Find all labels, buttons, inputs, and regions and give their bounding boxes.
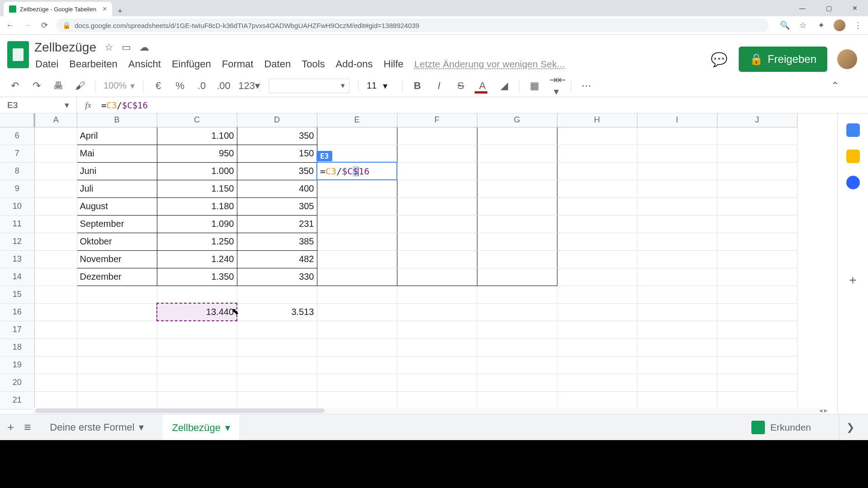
row-header[interactable]: 17 bbox=[0, 321, 34, 338]
cell[interactable] bbox=[397, 162, 477, 180]
cell[interactable]: 350 bbox=[237, 127, 317, 145]
menu-view[interactable]: Ansicht bbox=[128, 58, 161, 70]
cell[interactable]: 1.090 bbox=[157, 215, 237, 233]
sheet-tab-1[interactable]: Deine erste Formel ▾ bbox=[41, 414, 153, 440]
menu-format[interactable]: Format bbox=[222, 58, 254, 70]
back-icon[interactable]: ← bbox=[5, 21, 15, 30]
row-header[interactable]: 9 bbox=[0, 180, 34, 197]
fill-color-icon[interactable]: ◢ bbox=[497, 80, 511, 92]
zoom-page-icon[interactable]: 🔍 bbox=[779, 20, 790, 30]
cell[interactable] bbox=[317, 127, 397, 145]
print-icon[interactable]: 🖶 bbox=[52, 80, 65, 92]
star-document-icon[interactable]: ☆ bbox=[104, 42, 113, 53]
cell[interactable] bbox=[397, 145, 477, 162]
cell[interactable] bbox=[477, 145, 557, 162]
cell[interactable] bbox=[397, 268, 477, 286]
cell[interactable] bbox=[397, 250, 477, 268]
borders-icon[interactable]: ▦ bbox=[528, 80, 541, 92]
cell[interactable]: Juni bbox=[77, 162, 157, 180]
cell[interactable]: 3.513 bbox=[237, 303, 317, 321]
grid[interactable]: A B C D E F G H I J 6 April 1.100 350 bbox=[0, 113, 837, 414]
tab-scroll-left-icon[interactable]: ◂ bbox=[819, 407, 822, 414]
cell[interactable]: Oktober bbox=[77, 233, 157, 250]
collapse-toolbar-icon[interactable]: ⌃ bbox=[828, 80, 842, 92]
col-header-i[interactable]: I bbox=[637, 113, 717, 127]
menu-edit[interactable]: Bearbeiten bbox=[69, 58, 117, 70]
cell[interactable]: Juli bbox=[77, 180, 157, 197]
cell[interactable] bbox=[317, 268, 397, 286]
forward-icon[interactable]: → bbox=[22, 21, 33, 30]
zoom-select[interactable]: 100% ▾ bbox=[104, 80, 135, 91]
cell[interactable]: 1.240 bbox=[157, 250, 237, 268]
browser-tab[interactable]: Zellbezüge - Google Tabellen × bbox=[4, 2, 112, 16]
menu-help[interactable]: Hilfe bbox=[384, 58, 404, 70]
row-header[interactable]: 14 bbox=[0, 268, 34, 286]
show-side-panel-icon[interactable]: ❯ bbox=[839, 414, 861, 440]
cell[interactable] bbox=[397, 180, 477, 197]
minimize-icon[interactable]: — bbox=[789, 0, 816, 16]
row-header[interactable]: 21 bbox=[0, 391, 34, 409]
url-input[interactable]: 🔒 docs.google.com/spreadsheets/d/1GE-twI… bbox=[56, 19, 769, 32]
cell[interactable] bbox=[397, 215, 477, 233]
tasks-addon-icon[interactable] bbox=[846, 176, 860, 189]
close-window-icon[interactable]: ✕ bbox=[842, 0, 868, 16]
extensions-icon[interactable]: ✦ bbox=[816, 20, 826, 30]
row-header[interactable]: 8 bbox=[0, 162, 34, 180]
cell[interactable]: 231 bbox=[237, 215, 317, 233]
chevron-down-icon[interactable]: ▾ bbox=[139, 422, 144, 433]
cell[interactable] bbox=[477, 268, 557, 286]
merge-icon[interactable]: ⇥⇤ ▾ bbox=[549, 74, 563, 98]
italic-icon[interactable]: I bbox=[432, 80, 446, 92]
cell[interactable] bbox=[317, 197, 397, 215]
cell[interactable]: 150 bbox=[237, 145, 317, 162]
cell[interactable]: November bbox=[77, 250, 157, 268]
strikethrough-icon[interactable]: S bbox=[454, 80, 467, 92]
cell[interactable]: 400 bbox=[237, 180, 317, 197]
col-header-b[interactable]: B bbox=[77, 113, 157, 127]
star-icon[interactable]: ☆ bbox=[797, 20, 808, 30]
cell[interactable] bbox=[317, 215, 397, 233]
account-avatar[interactable] bbox=[837, 49, 857, 69]
share-button[interactable]: 🔒 Freigeben bbox=[739, 47, 827, 72]
font-size-select[interactable]: 11 ▾ bbox=[367, 80, 394, 91]
col-header-e[interactable]: E bbox=[317, 113, 397, 127]
cell-referenced[interactable]: 13.440 bbox=[157, 303, 237, 321]
row-header[interactable]: 13 bbox=[0, 250, 34, 268]
cell[interactable]: 385 bbox=[237, 233, 317, 250]
cell[interactable] bbox=[477, 162, 557, 180]
row-header[interactable]: 11 bbox=[0, 215, 34, 233]
cell[interactable] bbox=[477, 127, 557, 145]
add-sheet-icon[interactable]: + bbox=[7, 420, 14, 434]
menu-addons[interactable]: Add-ons bbox=[336, 58, 373, 70]
cell-editing[interactable]: E3 =C3/$C$16 bbox=[317, 162, 397, 180]
cell[interactable] bbox=[397, 197, 477, 215]
cell[interactable]: Mai bbox=[77, 145, 157, 162]
cell[interactable]: 330 bbox=[237, 268, 317, 286]
col-header-f[interactable]: F bbox=[397, 113, 477, 127]
more-tools-icon[interactable]: ⋯ bbox=[580, 80, 593, 92]
cell[interactable]: 1.250 bbox=[157, 233, 237, 250]
sheets-logo-icon[interactable] bbox=[7, 41, 29, 68]
cell[interactable]: 950 bbox=[157, 145, 237, 162]
row-header[interactable]: 15 bbox=[0, 286, 34, 303]
cell[interactable] bbox=[477, 180, 557, 197]
cell[interactable] bbox=[317, 180, 397, 197]
new-tab-button[interactable]: + bbox=[112, 7, 128, 16]
formula-input[interactable]: =C3/$C$16 bbox=[99, 100, 868, 110]
menu-tools[interactable]: Tools bbox=[302, 58, 325, 70]
profile-avatar[interactable] bbox=[834, 19, 845, 31]
cell[interactable] bbox=[397, 127, 477, 145]
cell[interactable]: 1.180 bbox=[157, 197, 237, 215]
row-header[interactable]: 16 bbox=[0, 303, 34, 321]
row-header[interactable]: 7 bbox=[0, 145, 34, 162]
col-header-d[interactable]: D bbox=[237, 113, 317, 127]
cell[interactable]: April bbox=[77, 127, 157, 145]
tab-scroll-right-icon[interactable]: ▸ bbox=[824, 407, 827, 414]
cell[interactable]: Dezember bbox=[77, 268, 157, 286]
all-sheets-icon[interactable]: ≡ bbox=[24, 420, 31, 434]
cloud-status-icon[interactable]: ☁ bbox=[139, 42, 149, 53]
col-header-h[interactable]: H bbox=[557, 113, 637, 127]
cell[interactable] bbox=[317, 250, 397, 268]
explore-button[interactable]: Erkunden bbox=[751, 421, 829, 434]
row-header[interactable]: 6 bbox=[0, 127, 34, 145]
